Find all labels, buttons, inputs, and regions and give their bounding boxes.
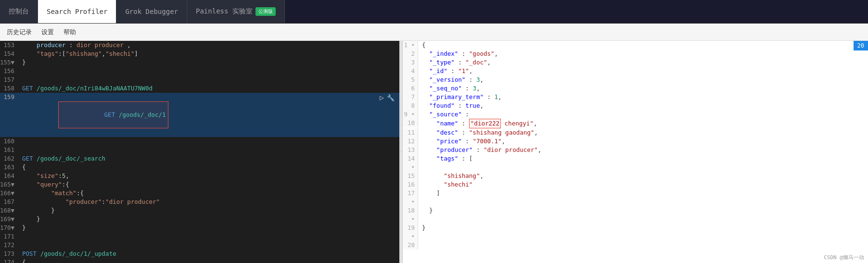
code-line-155: 155▼ } <box>0 58 399 67</box>
code-line-156: 156 <box>0 67 399 75</box>
settings-button[interactable]: 设置 <box>40 26 55 38</box>
run-icon[interactable]: ▷ <box>380 93 384 102</box>
response-line-14: 14 • "tags" : [ <box>403 154 868 172</box>
code-line-162: 162 GET /goods/_doc/_search <box>0 154 399 163</box>
response-line-2: 2 "_index" : "goods", <box>403 50 868 58</box>
response-line-16: 16 "shechi" <box>403 180 868 189</box>
code-line-168: 168▼ } <box>0 206 399 215</box>
tab-painless-lab[interactable]: Painless 实验室 公测版 <box>187 0 285 23</box>
code-line-153: 153 producer : dior producer , <box>0 41 399 50</box>
beta-badge: 公测版 <box>255 7 276 16</box>
top-navigation: 控制台 Search Profiler Grok Debugger Painle… <box>0 0 868 24</box>
code-line-161: 161 <box>0 146 399 154</box>
line-actions: ▷ 🔧 <box>380 93 395 102</box>
code-line-163: 163 { <box>0 163 399 172</box>
code-line-165: 165▼ "query":{ <box>0 180 399 189</box>
code-line-173: 173 POST /goods/_doc/1/_update <box>0 250 399 258</box>
response-line-19: 19 • } <box>403 224 868 241</box>
code-line-166: 166▼ "match":{ <box>0 189 399 198</box>
response-line-17: 17 • ] <box>403 189 868 206</box>
response-line-15: 15 "shishang", <box>403 172 868 180</box>
tab-search-profiler[interactable]: Search Profiler <box>38 0 116 23</box>
tab-grok-debugger[interactable]: Grok Debugger <box>116 0 187 23</box>
response-line-10: 10 "name" : "dior222 chengyi", <box>403 119 868 128</box>
code-line-154: 154 "tags":["shishang","shechi"] <box>0 50 399 58</box>
response-line-12: 12 "price" : "7000.1", <box>403 137 868 146</box>
code-line-167: 167 "producer":"dior producer" <box>0 198 399 206</box>
response-line-11: 11 "desc" : "shishang gaodang", <box>403 128 868 137</box>
response-line-3: 3 "_type" : "_doc", <box>403 58 868 67</box>
code-line-160: 160 <box>0 137 399 146</box>
right-editor-area[interactable]: 1 • { 2 "_index" : "goods", 3 "_type" : … <box>403 41 868 263</box>
response-line-7: 7 "_primary_term" : 1, <box>403 93 868 101</box>
code-line-164: 164 "size":5, <box>0 172 399 180</box>
response-line-4: 4 "_id" : "1", <box>403 67 868 75</box>
response-line-20: 20 <box>403 241 868 250</box>
tab-console[interactable]: 控制台 <box>0 0 38 23</box>
response-line-18: 18 • } <box>403 206 868 224</box>
code-line-158: 158 GET /goods/_doc/nIri84wBJaNAATU7NW0d <box>0 84 399 93</box>
code-line-157: 157 <box>0 75 399 84</box>
right-response-panel: 20 1 • { 2 "_index" : "goods", 3 "_type"… <box>402 41 868 263</box>
response-line-1: 1 • { <box>403 41 868 50</box>
response-line-6: 6 "_seq_no" : 3, <box>403 84 868 93</box>
code-line-169: 169▼ } <box>0 215 399 224</box>
response-line-9: 9 • "_source" : <box>403 110 868 119</box>
response-line-8: 8 "found" : true, <box>403 101 868 110</box>
main-content: 153 producer : dior producer , 154 "tags… <box>0 41 868 263</box>
watermark: CSDN @懒马一动 <box>824 254 864 261</box>
top-right-button[interactable]: 20 <box>854 41 868 50</box>
code-line-174: 174 { <box>0 258 399 263</box>
code-line-171: 171 <box>0 232 399 241</box>
help-button[interactable]: 帮助 <box>63 26 77 38</box>
response-line-5: 5 "_version" : 3, <box>403 75 868 84</box>
response-line-13: 13 "producer" : "dior producer", <box>403 146 868 154</box>
code-line-159: 159 GET /goods/_doc/1 ▷ 🔧 <box>0 93 399 137</box>
secondary-navigation: 历史记录 设置 帮助 <box>0 24 868 41</box>
left-editor-panel: 153 producer : dior producer , 154 "tags… <box>0 41 399 263</box>
left-editor-area[interactable]: 153 producer : dior producer , 154 "tags… <box>0 41 399 263</box>
history-button[interactable]: 历史记录 <box>6 26 33 38</box>
wrench-icon[interactable]: 🔧 <box>387 94 395 101</box>
code-line-170: 170▼ } <box>0 224 399 232</box>
code-line-172: 172 <box>0 241 399 250</box>
